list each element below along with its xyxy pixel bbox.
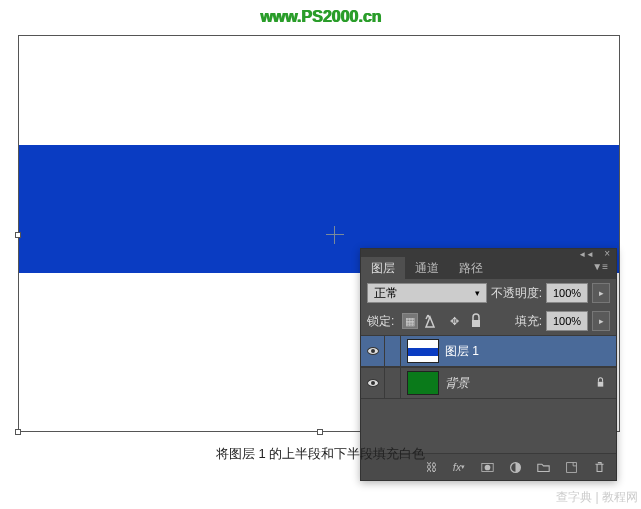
lock-position-icon[interactable]: ✥ [446,313,462,329]
layer-row-background[interactable]: 背景 [361,367,616,399]
opacity-slider-button[interactable]: ▸ [592,283,610,303]
watermark: 查字典 | 教程网 [556,489,638,506]
layer-list: 图层 1 背景 [361,335,616,453]
layer-row-1[interactable]: 图层 1 [361,335,616,367]
svg-rect-5 [566,462,576,472]
lock-transparency-icon[interactable]: ▦ [402,313,418,329]
panel-tabs: 图层 通道 路径 ▼≡ [361,257,616,279]
visibility-toggle-bg[interactable] [361,368,385,398]
svg-rect-1 [598,381,604,386]
link-col-1 [385,336,401,366]
fill-value[interactable]: 100% [546,311,588,331]
lock-icons-group: ▦ ✥ [398,313,484,329]
layer-thumbnail-1[interactable] [407,339,439,363]
lock-label: 锁定: [367,313,394,330]
blend-opacity-row: 正常 ▾ 不透明度: 100% ▸ [361,279,616,307]
selection-handle-bottom-left[interactable] [15,429,21,435]
lock-image-icon[interactable] [424,313,440,329]
opacity-value[interactable]: 100% [546,283,588,303]
link-col-bg [385,368,401,398]
blend-mode-select[interactable]: 正常 ▾ [367,283,487,303]
layer-thumbnail-bg[interactable] [407,371,439,395]
caption-text: 将图层 1 的上半段和下半段填充白色 [0,445,641,463]
opacity-label: 不透明度: [491,285,542,302]
tab-paths[interactable]: 路径 [449,257,493,279]
header-url: www.PS2000.cn [0,0,641,38]
close-icon[interactable]: × [604,248,610,259]
chevron-down-icon: ▾ [475,288,480,298]
crosshair-cursor [326,226,344,244]
fill-label: 填充: [515,313,542,330]
svg-rect-0 [472,320,480,327]
layer-name-1[interactable]: 图层 1 [445,343,479,360]
fill-slider-button[interactable]: ▸ [592,311,610,331]
panel-menu-icon[interactable]: ▼≡ [584,257,616,279]
eye-icon [367,379,379,387]
selection-handle-left[interactable] [15,232,21,238]
svg-point-3 [484,464,490,470]
panel-titlebar[interactable]: ◄◄ × [361,249,616,257]
lock-icon [595,377,606,390]
tab-channels[interactable]: 通道 [405,257,449,279]
selection-handle-bottom-mid[interactable] [317,429,323,435]
blend-mode-value: 正常 [374,285,398,302]
collapse-icon[interactable]: ◄◄ [578,250,594,259]
visibility-toggle-1[interactable] [361,336,385,366]
layer-name-bg[interactable]: 背景 [445,375,469,392]
tab-layers[interactable]: 图层 [361,257,405,279]
lock-all-icon[interactable] [468,313,484,329]
lock-fill-row: 锁定: ▦ ✥ 填充: 100% ▸ [361,307,616,335]
eye-icon [367,347,379,355]
